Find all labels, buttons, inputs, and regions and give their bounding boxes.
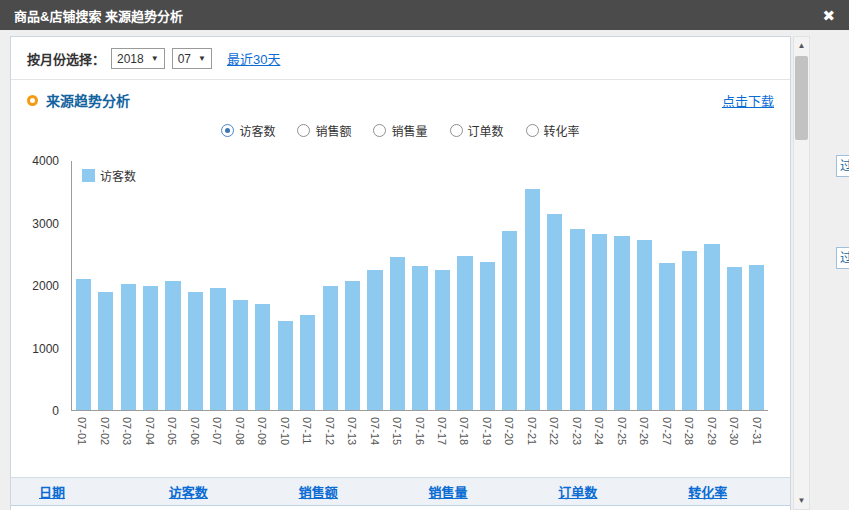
vertical-scrollbar[interactable]: ▲ ▼: [793, 36, 810, 510]
scrollbar-thumb[interactable]: [795, 56, 808, 140]
table-header-date[interactable]: 日期: [11, 482, 141, 501]
scroll-up-icon[interactable]: ▲: [794, 37, 809, 54]
x-axis-label: 07-12: [324, 417, 336, 445]
month-select[interactable]: 07 ▼: [172, 48, 212, 69]
bar: [210, 288, 225, 410]
radio-icon: [450, 124, 463, 137]
radio-label: 订单数: [468, 122, 504, 139]
radio-sales-volume[interactable]: 销售量: [373, 122, 427, 139]
radio-icon: [297, 124, 310, 137]
bar: [457, 256, 472, 410]
radio-label: 销售额: [315, 122, 351, 139]
y-axis-tick-label: 4000: [32, 154, 59, 168]
x-axis-label: 07-22: [548, 417, 560, 445]
radio-icon: [221, 124, 234, 137]
table-header-sales-volume[interactable]: 销售量: [400, 482, 530, 501]
x-axis-label: 07-10: [279, 417, 291, 445]
x-axis-label: 07-14: [369, 417, 381, 445]
bar: [121, 284, 136, 410]
year-select-value: 2018: [117, 52, 144, 66]
bar: [592, 234, 607, 410]
table-header-visitors[interactable]: 访客数: [141, 482, 271, 501]
chart-legend: 访客数: [82, 167, 136, 184]
radio-orders[interactable]: 订单数: [450, 122, 504, 139]
bar: [547, 214, 562, 410]
radio-label: 销售量: [391, 122, 427, 139]
bar: [435, 270, 450, 410]
x-axis-label: 07-02: [99, 417, 111, 445]
dialog-title: 商品&店铺搜索 来源趋势分析: [14, 6, 183, 25]
bar: [98, 292, 113, 410]
radio-icon: [526, 124, 539, 137]
metric-radio-group: 访客数 销售额 销售量 订单数 转化率: [11, 116, 790, 143]
download-link[interactable]: 点击下载: [722, 91, 774, 110]
table-header-conversion-rate[interactable]: 转化率: [660, 482, 790, 501]
y-axis-tick-label: 1000: [32, 342, 59, 356]
bar: [188, 292, 203, 410]
x-axis-label: 07-29: [706, 417, 718, 445]
side-tab-2[interactable]: 过: [836, 247, 849, 269]
x-axis-label: 07-07: [211, 417, 223, 445]
y-axis-tick-label: 3000: [32, 217, 59, 231]
radio-visitors[interactable]: 访客数: [221, 122, 275, 139]
radio-conversion-rate[interactable]: 转化率: [526, 122, 580, 139]
bar: [278, 321, 293, 410]
x-axis-label: 07-31: [751, 417, 763, 445]
x-axis-label: 07-01: [76, 417, 88, 445]
bar: [480, 262, 495, 410]
x-axis-label: 07-26: [638, 417, 650, 445]
close-icon[interactable]: ✖: [822, 8, 835, 23]
bar: [345, 281, 360, 410]
x-axis-label: 07-27: [661, 417, 673, 445]
bar: [300, 315, 315, 410]
x-axis-label: 07-05: [166, 417, 178, 445]
recent-30-days-link[interactable]: 最近30天: [227, 49, 280, 68]
x-axis-label: 07-16: [414, 417, 426, 445]
bar: [502, 231, 517, 410]
bar: [412, 266, 427, 410]
x-axis-label: 07-23: [571, 417, 583, 445]
y-axis-tick-label: 2000: [32, 279, 59, 293]
dialog-content: 按月份选择： 2018 ▼ 07 ▼ 最近30天 来源趋势分析 点击下载 访客数…: [10, 36, 791, 510]
radio-sales-amount[interactable]: 销售额: [297, 122, 351, 139]
bar: [749, 265, 764, 410]
x-axis-label: 07-20: [503, 417, 515, 445]
bar: [165, 281, 180, 410]
x-axis-label: 07-25: [616, 417, 628, 445]
legend-label: 访客数: [100, 167, 136, 184]
y-axis-tick-label: 0: [52, 404, 59, 418]
month-selector-row: 按月份选择： 2018 ▼ 07 ▼ 最近30天: [11, 37, 790, 80]
x-axis-label: 07-06: [189, 417, 201, 445]
bar: [570, 229, 585, 410]
bar: [323, 286, 338, 411]
x-axis-label: 07-09: [256, 417, 268, 445]
radio-icon: [373, 124, 386, 137]
bar: [390, 257, 405, 410]
section-header: 来源趋势分析 点击下载: [11, 80, 790, 116]
table-header-sales-amount[interactable]: 销售额: [271, 482, 401, 501]
x-axis-label: 07-18: [458, 417, 470, 445]
side-tab-1[interactable]: 过: [836, 155, 849, 177]
bar: [659, 263, 674, 410]
section-title: 来源趋势分析: [46, 90, 130, 110]
chevron-down-icon: ▼: [151, 54, 159, 63]
month-select-value: 07: [178, 52, 191, 66]
x-axis-label: 07-30: [728, 417, 740, 445]
x-axis-labels: 07-0107-0207-0307-0407-0507-0607-0707-08…: [71, 413, 768, 445]
bar: [76, 279, 91, 410]
scroll-down-icon[interactable]: ▼: [794, 492, 809, 509]
x-axis-label: 07-15: [391, 417, 403, 445]
x-axis-label: 07-28: [683, 417, 695, 445]
chevron-down-icon: ▼: [198, 54, 206, 63]
radio-label: 转化率: [544, 122, 580, 139]
x-axis-label: 07-19: [481, 417, 493, 445]
bar: [143, 286, 158, 411]
year-select[interactable]: 2018 ▼: [111, 48, 165, 69]
table-header-orders[interactable]: 订单数: [530, 482, 660, 501]
bar: [704, 244, 719, 410]
x-axis-label: 07-24: [593, 417, 605, 445]
x-axis-label: 07-11: [301, 417, 313, 445]
dialog-titlebar: 商品&店铺搜索 来源趋势分析 ✖: [0, 0, 849, 30]
plot-area: 访客数: [71, 161, 768, 411]
y-axis: 01000200030004000: [25, 161, 67, 411]
